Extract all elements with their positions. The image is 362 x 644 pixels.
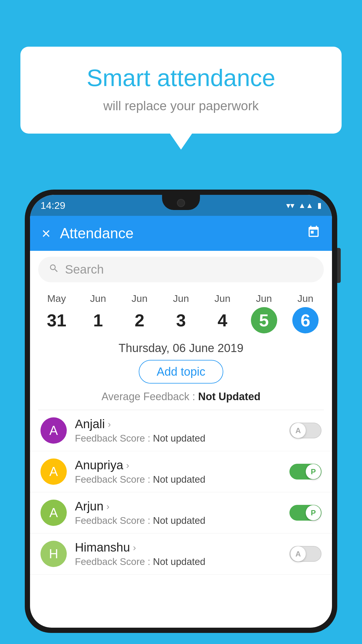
- student-name-anupriya[interactable]: Anupriya ›: [75, 458, 281, 472]
- student-feedback-arjun: Feedback Score : Not updated: [75, 515, 281, 526]
- cal-date-6: 6: [292, 307, 319, 333]
- cal-date-3: 3: [168, 307, 194, 333]
- chevron-icon: ›: [126, 460, 129, 471]
- attendance-toggle-himanshu[interactable]: A: [289, 546, 321, 562]
- avatar-arjun: A: [41, 500, 67, 526]
- speech-bubble-title: Smart attendance: [44, 64, 318, 92]
- student-name-anjali[interactable]: Anjali ›: [75, 417, 281, 431]
- average-feedback: Average Feedback : Not Updated: [30, 391, 332, 403]
- attendance-toggle-arjun[interactable]: P: [289, 505, 321, 521]
- toggle-knob-anupriya: P: [306, 464, 321, 479]
- student-info-himanshu: Himanshu › Feedback Score : Not updated: [75, 540, 281, 567]
- cal-date-5: 5: [251, 307, 277, 333]
- cal-day-6[interactable]: Jun 6: [291, 293, 320, 333]
- cal-month-2: Jun: [131, 293, 147, 304]
- student-item-anupriya: A Anupriya › Feedback Score : Not update…: [30, 451, 332, 492]
- cal-month-6: Jun: [297, 293, 313, 304]
- signal-icon: ▲▲: [298, 201, 313, 210]
- student-info-arjun: Arjun › Feedback Score : Not updated: [75, 499, 281, 526]
- cal-month-1: Jun: [90, 293, 106, 304]
- cal-date-2: 2: [126, 307, 153, 333]
- chevron-icon: ›: [133, 542, 136, 553]
- app-bar: × Attendance: [30, 216, 332, 251]
- cal-date-1: 1: [85, 307, 111, 333]
- student-item-anjali: A Anjali › Feedback Score : Not updated …: [30, 410, 332, 451]
- attendance-toggle-anjali[interactable]: A: [289, 423, 321, 438]
- toggle-knob-himanshu: A: [291, 546, 306, 561]
- student-feedback-anjali: Feedback Score : Not updated: [75, 433, 281, 444]
- phone-container: 14:29 ▾▾ ▲▲ ▮ × Attendance: [25, 190, 337, 644]
- student-feedback-anupriya: Feedback Score : Not updated: [75, 474, 281, 485]
- battery-icon: ▮: [317, 201, 321, 210]
- cal-date-0: 31: [43, 307, 70, 333]
- toggle-knob-arjun: P: [306, 505, 321, 520]
- cal-month-0: May: [47, 293, 66, 304]
- search-placeholder: Search: [65, 262, 104, 276]
- avatar-anupriya: A: [41, 459, 67, 485]
- close-button[interactable]: ×: [42, 225, 50, 242]
- app-bar-left: × Attendance: [42, 225, 133, 242]
- cal-day-5[interactable]: Jun 5: [249, 293, 279, 333]
- toggle-knob-anjali: A: [291, 423, 306, 438]
- calendar-strip: May 31 Jun 1 Jun 2 Jun 3 Jun 4: [30, 288, 332, 333]
- volume-button: [337, 248, 341, 283]
- status-time: 14:29: [41, 200, 65, 211]
- phone-body: 14:29 ▾▾ ▲▲ ▮ × Attendance: [25, 190, 337, 633]
- student-name-arjun[interactable]: Arjun ›: [75, 499, 281, 513]
- front-camera: [177, 199, 185, 207]
- status-icons: ▾▾ ▲▲ ▮: [286, 201, 321, 210]
- avatar-himanshu: H: [41, 541, 67, 567]
- student-feedback-himanshu: Feedback Score : Not updated: [75, 556, 281, 567]
- cal-date-4: 4: [209, 307, 236, 333]
- calendar-icon[interactable]: [307, 225, 320, 242]
- wifi-icon: ▾▾: [286, 201, 294, 210]
- phone-notch: [162, 195, 200, 210]
- avatar-anjali: A: [41, 417, 67, 444]
- cal-month-5: Jun: [256, 293, 272, 304]
- student-item-arjun: A Arjun › Feedback Score : Not updated P: [30, 492, 332, 533]
- chevron-icon: ›: [108, 419, 111, 430]
- avg-feedback-value: Not Updated: [198, 391, 261, 402]
- chevron-icon: ›: [106, 501, 110, 512]
- selected-date-label: Thursday, 06 June 2019: [30, 342, 332, 355]
- student-info-anjali: Anjali › Feedback Score : Not updated: [75, 417, 281, 444]
- search-icon: [49, 263, 59, 276]
- student-name-himanshu[interactable]: Himanshu ›: [75, 540, 281, 554]
- speech-bubble-subtitle: will replace your paperwork: [44, 99, 318, 113]
- attendance-toggle-anupriya[interactable]: P: [289, 464, 321, 480]
- speech-bubble: Smart attendance will replace your paper…: [20, 47, 342, 134]
- search-bar[interactable]: Search: [38, 257, 324, 282]
- app-title: Attendance: [60, 225, 133, 242]
- avg-feedback-label: Average Feedback :: [101, 391, 198, 402]
- add-topic-button[interactable]: Add topic: [139, 360, 224, 384]
- student-info-anupriya: Anupriya › Feedback Score : Not updated: [75, 458, 281, 485]
- cal-day-4[interactable]: Jun 4: [208, 293, 237, 333]
- cal-day-0[interactable]: May 31: [42, 293, 71, 333]
- cal-day-2[interactable]: Jun 2: [125, 293, 154, 333]
- speech-bubble-container: Smart attendance will replace your paper…: [20, 47, 342, 134]
- cal-day-1[interactable]: Jun 1: [83, 293, 113, 333]
- cal-day-3[interactable]: Jun 3: [166, 293, 196, 333]
- phone-screen: 14:29 ▾▾ ▲▲ ▮ × Attendance: [30, 195, 332, 628]
- cal-month-4: Jun: [215, 293, 231, 304]
- student-item-himanshu: H Himanshu › Feedback Score : Not update…: [30, 533, 332, 575]
- cal-month-3: Jun: [173, 293, 189, 304]
